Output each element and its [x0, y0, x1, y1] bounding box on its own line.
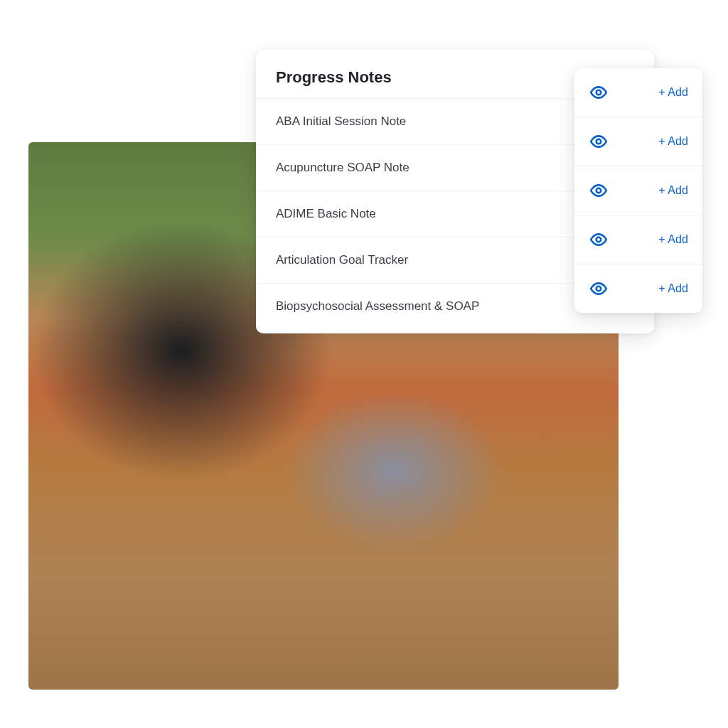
svg-point-4	[596, 287, 601, 291]
add-button[interactable]: + Add	[658, 184, 688, 197]
action-row: + Add	[574, 215, 702, 264]
add-button[interactable]: + Add	[658, 233, 688, 246]
actions-card: + Add + Add + Add + Add	[574, 68, 702, 313]
note-label: Articulation Goal Tracker	[276, 253, 408, 267]
note-label: ADIME Basic Note	[276, 207, 376, 220]
svg-point-3	[596, 237, 601, 242]
note-label: Acupuncture SOAP Note	[276, 161, 410, 174]
eye-icon[interactable]	[589, 230, 609, 250]
action-row: + Add	[574, 166, 702, 215]
svg-point-2	[596, 188, 601, 193]
svg-point-0	[596, 90, 601, 95]
add-button[interactable]: + Add	[658, 135, 688, 148]
note-label: Biopsychosocial Assessment & SOAP	[276, 299, 479, 313]
eye-icon[interactable]	[589, 279, 609, 299]
eye-icon[interactable]	[589, 181, 609, 200]
svg-point-1	[596, 139, 601, 144]
note-label: ABA Initial Session Note	[276, 114, 406, 128]
action-row: + Add	[574, 68, 702, 117]
eye-icon[interactable]	[589, 82, 609, 102]
add-button[interactable]: + Add	[658, 86, 688, 99]
action-row: + Add	[574, 117, 702, 166]
eye-icon[interactable]	[589, 132, 609, 151]
add-button[interactable]: + Add	[658, 282, 688, 295]
action-row: + Add	[574, 264, 702, 313]
